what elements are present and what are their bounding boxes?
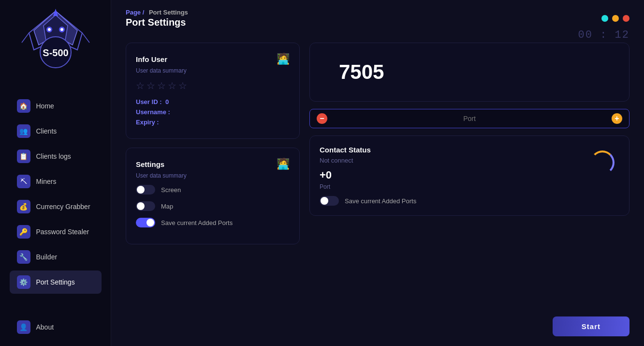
port-input-field[interactable] — [332, 115, 607, 122]
spin-circle — [590, 150, 615, 175]
svg-line-10 — [22, 33, 29, 43]
sidebar-item-password-stealer[interactable]: 🔑 Password Stealer — [10, 220, 102, 243]
port-display-card: 7505 — [309, 43, 629, 102]
logo-area: S-500 — [15, 5, 97, 80]
svg-text:S-500: S-500 — [43, 47, 68, 58]
port-minus-button[interactable]: − — [317, 113, 327, 124]
contact-status-card: Contact Status Not connect +0 Port Save … — [309, 135, 629, 216]
screen-toggle-row: Screen — [136, 185, 290, 195]
svg-line-11 — [82, 33, 89, 43]
settings-subtitle: User data summary — [136, 172, 290, 179]
page-title: Port Settings — [126, 17, 188, 28]
miners-icon: ⛏ — [17, 175, 30, 188]
start-button[interactable]: Start — [553, 316, 629, 336]
breadcrumb-prefix: Page / — [126, 9, 144, 16]
right-top: 7505 — [309, 43, 629, 102]
spin-icon — [590, 150, 617, 177]
port-input-row: − + — [309, 109, 629, 128]
user-info-icon: 🧑‍💻 — [277, 53, 290, 65]
expiry-row: Expiry : — [136, 119, 290, 126]
username-row: Username : — [136, 108, 290, 116]
settings-user-icon: 🧑‍💻 — [277, 158, 290, 170]
topbar: Page / Port Settings Port Settings — [111, 0, 644, 30]
breadcrumb-path: Page / Port Settings — [126, 9, 188, 16]
sidebar-item-home[interactable]: 🏠 Home — [10, 94, 102, 118]
sidebar-label-password-stealer: Password Stealer — [36, 228, 89, 236]
sidebar-item-builder[interactable]: 🔧 Builder — [10, 245, 102, 269]
sidebar-label-about: About — [36, 323, 54, 331]
logo-svg: S-500 — [19, 6, 92, 79]
breadcrumb: Page / Port Settings Port Settings — [126, 9, 188, 28]
settings-card: Settings 🧑‍💻 User data summary Screen Ma… — [126, 148, 300, 244]
user-id-value: 0 — [165, 98, 169, 105]
info-user-subtitle: User data summary — [136, 67, 290, 74]
map-toggle[interactable] — [136, 201, 155, 211]
content-area: Info User 🧑‍💻 User data summary ☆ ☆ ☆ ☆ … — [111, 30, 644, 346]
maximize-button[interactable] — [612, 15, 619, 22]
home-icon: 🏠 — [17, 99, 30, 113]
expiry-label: Expiry : — [136, 119, 159, 126]
sidebar-label-miners: Miners — [36, 178, 57, 185]
breadcrumb-current: Port Settings — [149, 9, 188, 16]
sidebar-label-clients: Clients — [36, 127, 57, 135]
sidebar: S-500 🏠 Home 👥 Clients 📋 Clients logs ⛏ … — [0, 0, 111, 346]
user-id-label: User ID : — [136, 98, 161, 105]
save-ports-label-left: Save current Added Ports — [161, 219, 233, 226]
main-content: Page / Port Settings Port Settings 00 : … — [111, 0, 644, 346]
port-plus-button[interactable]: + — [612, 113, 622, 124]
settings-header: Settings 🧑‍💻 — [136, 158, 290, 170]
screen-toggle[interactable] — [136, 185, 155, 195]
map-label: Map — [161, 203, 173, 210]
sidebar-item-miners[interactable]: ⛏ Miners — [10, 170, 102, 193]
clients-icon: 👥 — [17, 124, 30, 138]
sidebar-label-home: Home — [36, 102, 54, 110]
about-icon: 👤 — [17, 320, 30, 334]
star-rating: ☆ ☆ ☆ ☆ ☆ — [136, 80, 290, 91]
sidebar-label-clients-logs: Clients logs — [36, 152, 71, 160]
sidebar-item-currency-grabber[interactable]: 💰 Currency Grabber — [10, 195, 102, 218]
close-button[interactable] — [623, 15, 629, 22]
contact-status-title: Contact Status — [320, 146, 619, 154]
sidebar-label-port-settings: Port Settings — [36, 278, 75, 286]
builder-icon: 🔧 — [17, 250, 30, 264]
sidebar-item-about[interactable]: 👤 About — [10, 316, 102, 339]
save-ports-toggle-right[interactable] — [320, 196, 339, 206]
port-number-display: 7505 — [324, 43, 398, 101]
not-connect-status: Not connect — [320, 157, 619, 164]
settings-title: Settings — [136, 160, 164, 168]
user-id-row: User ID : 0 — [136, 98, 290, 105]
sidebar-item-clients[interactable]: 👥 Clients — [10, 120, 102, 143]
save-ports-toggle-row-left: Save current Added Ports — [136, 218, 290, 227]
sidebar-item-clients-logs[interactable]: 📋 Clients logs — [10, 145, 102, 168]
right-column: 7505 − + Contact Status Not connect +0 P… — [309, 43, 629, 334]
currency-grabber-icon: 💰 — [17, 200, 30, 213]
password-stealer-icon: 🔑 — [17, 225, 30, 239]
info-user-card: Info User 🧑‍💻 User data summary ☆ ☆ ☆ ☆ … — [126, 43, 300, 139]
svg-point-5 — [48, 28, 51, 31]
svg-point-6 — [60, 28, 63, 31]
port-count: +0 — [320, 169, 619, 181]
port-label-small: Port — [320, 183, 619, 190]
save-ports-label-right: Save current Added Ports — [345, 197, 416, 205]
info-user-title: Info User — [136, 55, 167, 63]
sidebar-label-currency-grabber: Currency Grabber — [36, 203, 90, 211]
clock-display: 00 : 12 — [578, 29, 629, 41]
sidebar-item-port-settings[interactable]: ⚙️ Port Settings — [10, 271, 102, 294]
sidebar-label-builder: Builder — [36, 253, 58, 261]
minimize-button[interactable] — [601, 15, 608, 22]
save-toggle-row-right: Save current Added Ports — [320, 196, 619, 206]
info-user-header: Info User 🧑‍💻 — [136, 53, 290, 65]
save-ports-toggle-left[interactable] — [136, 218, 155, 227]
port-settings-icon: ⚙️ — [17, 275, 30, 289]
screen-label: Screen — [161, 186, 181, 194]
left-column: Info User 🧑‍💻 User data summary ☆ ☆ ☆ ☆ … — [126, 43, 300, 334]
map-toggle-row: Map — [136, 201, 290, 211]
window-controls — [601, 15, 629, 22]
username-label: Username : — [136, 108, 170, 116]
clients-logs-icon: 📋 — [17, 150, 30, 163]
